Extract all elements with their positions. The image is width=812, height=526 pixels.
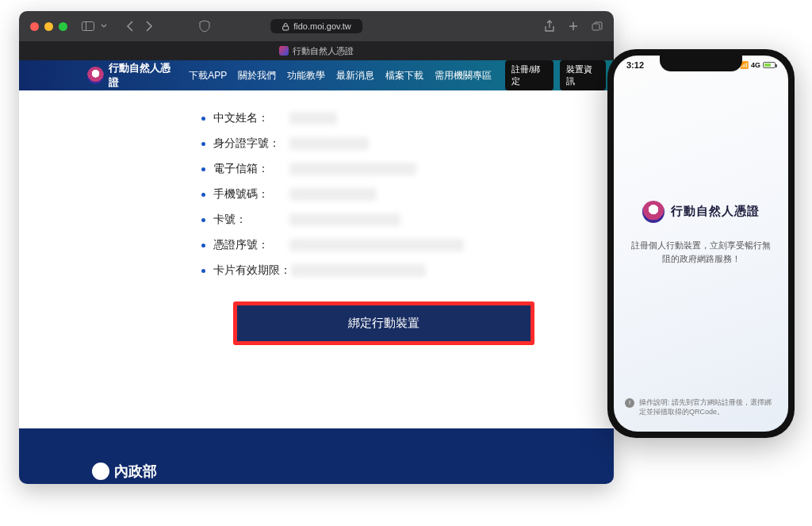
nav-download-app[interactable]: 下載APP <box>185 69 231 83</box>
chevron-down-icon[interactable] <box>101 23 107 29</box>
value-redacted <box>289 112 337 125</box>
app-instruction: ! 操作說明: 請先到官方網站註冊後，選擇綁定並掃描取得的QRCode。 <box>614 397 788 424</box>
share-icon[interactable] <box>544 20 555 33</box>
field-name: 中文姓名： <box>201 111 566 125</box>
app-title: 行動自然人憑證 <box>671 204 760 219</box>
battery-icon <box>763 62 776 68</box>
value-redacted <box>289 163 416 175</box>
tab-title[interactable]: 行動自然人憑證 <box>293 45 354 57</box>
field-id: 身分證字號： <box>201 136 566 151</box>
footer-logo-icon <box>92 463 109 480</box>
close-icon[interactable] <box>30 22 39 31</box>
nav-downloads[interactable]: 檔案下載 <box>381 69 427 83</box>
favicon-icon <box>279 46 289 56</box>
field-expiry: 卡片有效期限： <box>201 263 566 278</box>
value-redacted <box>289 239 464 251</box>
tab-bar: 行動自然人憑證 <box>19 41 614 60</box>
phone-notch <box>660 56 742 71</box>
nav-agency[interactable]: 需用機關專區 <box>431 69 496 83</box>
sidebar-toggle-icon[interactable] <box>82 21 94 31</box>
bind-device-button[interactable]: 綁定行動裝置 <box>237 305 530 341</box>
value-redacted <box>289 213 400 226</box>
minimize-icon[interactable] <box>44 22 53 31</box>
svg-rect-0 <box>82 22 94 31</box>
app-logo-icon <box>642 201 665 223</box>
highlight-frame: 綁定行動裝置 <box>233 301 534 345</box>
lock-icon <box>282 22 289 31</box>
url-text: fido.moi.gov.tw <box>293 21 351 31</box>
nav-tutorial[interactable]: 功能教學 <box>283 69 329 83</box>
traffic-lights <box>30 22 67 31</box>
site-footer: 內政部 <box>19 428 614 484</box>
status-time: 3:12 <box>626 60 644 70</box>
app-description: 註冊個人行動裝置，立刻享受暢行無阻的政府網路服務！ <box>628 239 774 267</box>
site-header: 行動自然人憑證 下載APP 關於我們 功能教學 最新消息 檔案下載 需用機關專區… <box>19 60 614 90</box>
field-cert: 憑證序號： <box>201 238 566 252</box>
field-email: 電子信箱： <box>201 162 566 176</box>
device-info-button[interactable]: 裝置資訊 <box>560 60 606 90</box>
value-redacted <box>289 137 369 150</box>
safari-window: fido.moi.gov.tw 行動自然人憑證 行動自然人憑證 下載APP 關於… <box>19 11 614 484</box>
register-bind-button[interactable]: 註冊/綁定 <box>505 60 553 90</box>
forward-icon[interactable] <box>145 21 153 32</box>
svg-rect-3 <box>592 24 599 30</box>
field-card: 卡號： <box>201 213 566 227</box>
app-logo: 行動自然人憑證 <box>642 201 760 223</box>
nav-news[interactable]: 最新消息 <box>332 69 378 83</box>
footer-org: 內政部 <box>114 462 157 481</box>
svg-rect-2 <box>283 26 289 30</box>
signal-text: 4G <box>751 61 760 69</box>
nav-about[interactable]: 關於我們 <box>234 69 280 83</box>
logo-icon <box>87 67 104 84</box>
form-content: 中文姓名： 身分證字號： 電子信箱： 手機號碼： 卡號： 憑證序號： 卡片有效期… <box>19 90 614 420</box>
field-phone: 手機號碼： <box>201 187 566 202</box>
titlebar: fido.moi.gov.tw <box>19 11 614 41</box>
back-icon[interactable] <box>126 21 134 32</box>
instruction-text: 操作說明: 請先到官方網站註冊後，選擇綁定並掃描取得的QRCode。 <box>639 397 777 417</box>
value-redacted <box>289 188 377 201</box>
address-bar[interactable]: fido.moi.gov.tw <box>270 19 362 33</box>
tabs-icon[interactable] <box>592 20 603 33</box>
privacy-shield-icon[interactable] <box>199 20 210 33</box>
info-icon: ! <box>625 398 634 408</box>
value-redacted <box>291 264 426 277</box>
maximize-icon[interactable] <box>59 22 67 31</box>
site-brand[interactable]: 行動自然人憑證 <box>87 61 177 90</box>
new-tab-icon[interactable] <box>568 20 579 33</box>
phone-mockup: 3:12 📶 4G 行動自然人憑證 註冊個人行動裝置，立刻享受暢行無阻的政府網路… <box>607 49 795 438</box>
